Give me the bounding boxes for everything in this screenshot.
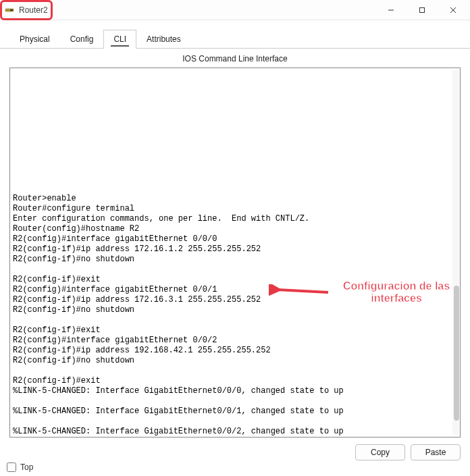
terminal-frame: Router>enable Router#configure terminal … (9, 68, 461, 438)
maximize-button[interactable] (407, 0, 438, 20)
svg-rect-3 (10, 9, 13, 11)
footer: Top (7, 462, 33, 472)
button-row: Copy Paste (0, 438, 470, 460)
cli-output: Router>enable Router#configure terminal … (13, 194, 344, 435)
top-label: Top (20, 462, 33, 472)
svg-point-2 (7, 9, 9, 11)
window-controls (375, 0, 469, 20)
scrollbar-track[interactable] (452, 70, 459, 435)
tab-attributes[interactable]: Attributes (136, 30, 191, 49)
svg-rect-4 (420, 7, 425, 12)
svg-point-1 (6, 9, 7, 11)
cli-terminal[interactable]: Router>enable Router#configure terminal … (11, 70, 452, 435)
tabs: Physical Config CLI Attributes (0, 20, 470, 49)
copy-button[interactable]: Copy (355, 444, 405, 460)
minimize-button[interactable] (375, 0, 407, 20)
tab-physical[interactable]: Physical (9, 30, 60, 49)
router-icon (4, 5, 15, 16)
tab-cli[interactable]: CLI (103, 30, 136, 49)
tab-config[interactable]: Config (60, 30, 104, 49)
close-button[interactable] (438, 0, 469, 20)
top-checkbox[interactable] (7, 462, 16, 472)
window-title: Router2 (19, 5, 48, 15)
cli-heading: IOS Command Line Interface (0, 49, 470, 68)
title-bar: Router2 (0, 0, 470, 20)
scrollbar-thumb[interactable] (454, 286, 459, 421)
paste-button[interactable]: Paste (411, 444, 461, 460)
